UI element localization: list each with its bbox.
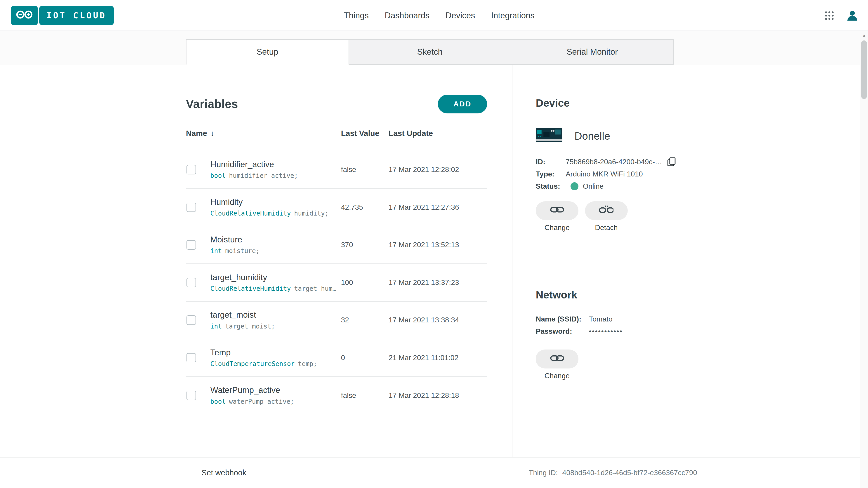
link-icon <box>550 354 564 364</box>
row-checkbox[interactable] <box>186 203 196 212</box>
variable-last-update: 17 Mar 2021 13:38:34 <box>389 316 487 324</box>
scrollbar-thumb[interactable] <box>861 40 867 99</box>
device-identity: Donelle <box>536 128 673 144</box>
network-ssid-row: Name (SSID): Tomato <box>536 313 673 325</box>
variable-type: bool <box>211 172 226 180</box>
set-webhook-link[interactable]: Set webhook <box>202 468 246 477</box>
column-header-last-update[interactable]: Last Update <box>389 129 487 138</box>
variable-declaration: CloudRelativeHumiditytarget_humid… <box>211 285 341 292</box>
row-checkbox[interactable] <box>186 391 196 400</box>
arduino-infinity-icon <box>15 9 34 22</box>
variables-header: Variables ADD <box>186 95 487 113</box>
detach-device-label: Detach <box>585 223 628 232</box>
page-root: IOT CLOUD Things Dashboards Devices Inte… <box>0 0 868 488</box>
variable-last-update: 17 Mar 2021 12:27:36 <box>389 203 487 212</box>
device-title: Device <box>536 97 673 109</box>
device-status-value: Online <box>583 182 603 191</box>
copy-icon[interactable] <box>667 157 676 167</box>
row-checkbox[interactable] <box>186 165 196 174</box>
variable-name: Moisture <box>211 235 341 245</box>
tab-setup[interactable]: Setup <box>186 39 349 65</box>
variable-type: bool <box>211 398 226 405</box>
variable-row[interactable]: Temp CloudTemperatureSensortemp; 0 21 Ma… <box>186 339 487 377</box>
device-meta: ID: 75b869b8-20a6-4200-b49c-… Type: Ardu… <box>536 156 673 193</box>
network-ssid-label: Name (SSID): <box>536 315 589 323</box>
variable-row[interactable]: Moisture intmoisture; 370 17 Mar 2021 13… <box>186 226 487 264</box>
variables-title: Variables <box>186 97 238 111</box>
variable-row[interactable]: Humidity CloudRelativeHumidityhumidity; … <box>186 189 487 226</box>
change-device-action: Change <box>536 201 579 232</box>
navbar-right <box>825 0 859 31</box>
nav-item-integrations[interactable]: Integrations <box>491 11 535 20</box>
tab-sketch[interactable]: Sketch <box>348 39 511 65</box>
device-id-row: ID: 75b869b8-20a6-4200-b49c-… <box>536 156 673 168</box>
status-online-dot-icon <box>570 182 578 190</box>
panel-divider <box>513 253 673 253</box>
thing-id: Thing ID: 408bd540-1d26-46d5-bf72-e36636… <box>529 468 697 477</box>
network-password-value: ••••••••••• <box>589 327 623 335</box>
column-header-last-value[interactable]: Last Value <box>341 129 389 138</box>
device-id-label: ID: <box>536 158 565 166</box>
row-checkbox[interactable] <box>186 278 196 287</box>
variable-last-value: 100 <box>341 278 389 287</box>
variable-type: int <box>211 323 222 330</box>
variable-name: Humidity <box>211 197 341 207</box>
variable-name: Humidifier_active <box>211 160 341 169</box>
column-header-name[interactable]: Name↓ <box>186 129 341 138</box>
network-ssid-value: Tomato <box>589 315 612 323</box>
variable-type: CloudTemperatureSensor <box>211 360 295 367</box>
apps-grid-icon[interactable] <box>825 11 834 21</box>
row-checkbox[interactable] <box>186 315 196 325</box>
device-type-value: Arduino MKR WiFi 1010 <box>565 170 643 178</box>
variable-last-value: false <box>341 391 389 400</box>
scroll-up-arrow-icon[interactable]: ▲ <box>860 31 868 40</box>
user-avatar-icon[interactable] <box>845 8 859 22</box>
broken-link-icon <box>599 205 614 216</box>
tab-serial-monitor[interactable]: Serial Monitor <box>511 39 674 65</box>
detach-device-action: Detach <box>585 201 628 232</box>
footer-bar: Set webhook Thing ID: 408bd540-1d26-46d5… <box>0 457 860 488</box>
brand-label[interactable]: IOT CLOUD <box>39 6 114 25</box>
device-type-label: Type: <box>536 170 565 178</box>
change-network-button[interactable] <box>536 350 579 368</box>
row-checkbox[interactable] <box>186 353 196 363</box>
variable-declaration: boolhumidifier_active; <box>211 172 341 180</box>
link-icon <box>550 205 564 216</box>
network-password-label: Password: <box>536 327 589 335</box>
variable-row[interactable]: Humidifier_active boolhumidifier_active;… <box>186 151 487 189</box>
nav-item-dashboards[interactable]: Dashboards <box>385 11 430 20</box>
variable-declaration: boolwaterPump_active; <box>211 398 341 405</box>
variable-row[interactable]: target_humidity CloudRelativeHumiditytar… <box>186 264 487 302</box>
variable-type: CloudRelativeHumidity <box>211 285 291 292</box>
device-panel: Device Donelle <box>512 65 673 457</box>
nav-item-things[interactable]: Things <box>344 11 369 20</box>
device-status-label: Status: <box>536 182 565 191</box>
variable-row[interactable]: WaterPump_active boolwaterPump_active; f… <box>186 377 487 415</box>
variables-section: Variables ADD Name↓ Last Value Last Upda… <box>186 65 487 415</box>
variable-last-value: false <box>341 165 389 174</box>
variable-last-value: 0 <box>341 354 389 362</box>
detach-device-button[interactable] <box>585 201 628 220</box>
network-meta: Name (SSID): Tomato Password: ••••••••••… <box>536 313 673 337</box>
nav-item-devices[interactable]: Devices <box>445 11 475 20</box>
variable-last-value: 42.735 <box>341 203 389 212</box>
variable-last-update: 17 Mar 2021 12:28:02 <box>389 165 487 174</box>
variable-last-update: 17 Mar 2021 13:37:23 <box>389 278 487 287</box>
row-checkbox[interactable] <box>186 240 196 250</box>
variable-name: WaterPump_active <box>211 385 341 395</box>
device-actions: Change Detach <box>536 201 673 232</box>
main-content: Variables ADD Name↓ Last Value Last Upda… <box>0 65 860 457</box>
network-title: Network <box>536 289 673 301</box>
variable-type: CloudRelativeHumidity <box>211 210 291 217</box>
variable-last-update: 21 Mar 2021 11:01:02 <box>389 354 487 362</box>
thing-id-value: 408bd540-1d26-46d5-bf72-e366367cc790 <box>562 468 697 477</box>
variable-row[interactable]: target_moist inttarget_moist; 32 17 Mar … <box>186 302 487 339</box>
add-variable-button[interactable]: ADD <box>438 95 487 113</box>
change-device-button[interactable] <box>536 201 579 220</box>
arduino-logo[interactable] <box>11 6 38 25</box>
thing-id-label: Thing ID: <box>529 468 558 477</box>
variable-name: target_humidity <box>211 273 341 282</box>
scrollbar[interactable]: ▲ <box>860 31 868 488</box>
network-password-row: Password: ••••••••••• <box>536 325 673 337</box>
variable-declaration: CloudRelativeHumidityhumidity; <box>211 210 341 217</box>
